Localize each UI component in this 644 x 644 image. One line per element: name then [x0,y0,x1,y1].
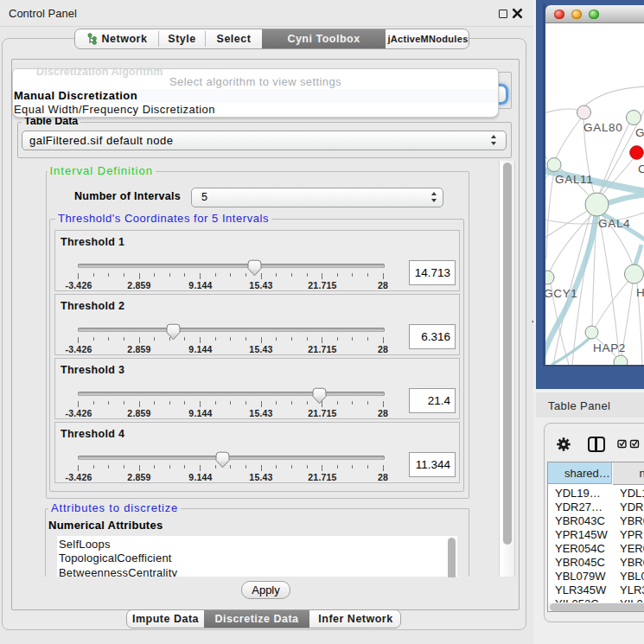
svg-text:H: H [636,286,644,299]
svg-text:GAL11: GAL11 [555,173,594,186]
svg-text:CY: CY [638,163,644,175]
svg-text:HAP2: HAP2 [593,341,626,354]
svg-text:GCY1: GCY1 [545,287,578,300]
svg-text:GAL4: GAL4 [598,217,630,230]
svg-text:GA: GA [635,126,644,139]
svg-text:GAL80: GAL80 [583,121,623,134]
